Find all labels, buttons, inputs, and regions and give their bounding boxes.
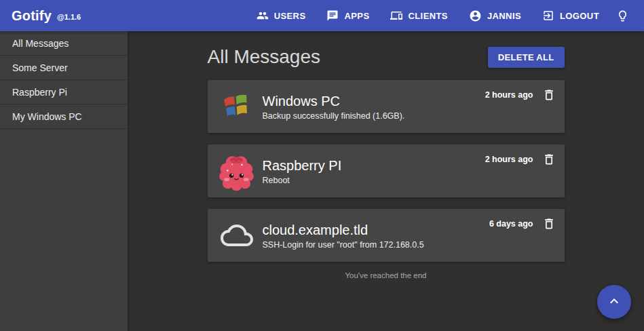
sidebar: All Messages Some Server Raspberry Pi My…: [0, 31, 128, 331]
nav-logout-button[interactable]: LOGOUT: [536, 4, 605, 27]
nav-user-menu-button[interactable]: JANNIS: [463, 4, 527, 28]
delete-all-button[interactable]: DELETE ALL: [488, 47, 565, 68]
users-icon: [257, 9, 269, 22]
nav-clients-button[interactable]: CLIENTS: [384, 4, 453, 27]
message-meta: 2 hours ago: [485, 153, 556, 166]
nav-apps-label: APPS: [344, 11, 369, 21]
message-card-cloud: cloud.example.tld SSH-Login for user "ro…: [208, 209, 565, 262]
app-version: @1.1.6: [57, 13, 81, 21]
sidebar-item-some-server[interactable]: Some Server: [0, 56, 128, 80]
theme-toggle-button[interactable]: [611, 4, 634, 28]
nav-users-button[interactable]: USERS: [250, 4, 312, 27]
cloud-logo-icon: [217, 219, 257, 252]
message-card-raspberry-pi: Raspberry PI Reboot 2 hours ago: [208, 144, 565, 197]
apps-icon: [326, 9, 339, 22]
message-text: Reboot: [263, 176, 453, 185]
message-timestamp: 2 hours ago: [485, 90, 533, 100]
end-of-list-text: You've reached the end: [208, 271, 565, 279]
trash-icon: [542, 94, 556, 104]
sidebar-item-label: My Windows PC: [12, 111, 82, 122]
trash-icon: [542, 158, 556, 168]
main-area: All Messages DELETE ALL Windows PC Backu…: [128, 31, 644, 331]
windows-logo-icon: [217, 90, 257, 123]
sidebar-item-my-windows-pc[interactable]: My Windows PC: [0, 104, 128, 129]
nav-apps-button[interactable]: APPS: [320, 4, 375, 27]
message-title: Raspberry PI: [263, 157, 453, 174]
message-timestamp: 6 days ago: [489, 219, 533, 229]
sidebar-item-label: Some Server: [12, 62, 68, 73]
delete-message-button[interactable]: [542, 217, 556, 231]
app-header: Gotify @1.1.6 USERS APPS CLIENTS JANNIS …: [0, 0, 644, 31]
sidebar-item-raspberry-pi[interactable]: Raspberry Pi: [0, 80, 128, 104]
page-title: All Messages: [208, 46, 321, 68]
message-meta: 6 days ago: [489, 217, 556, 231]
delete-message-button[interactable]: [542, 88, 556, 102]
message-meta: 2 hours ago: [485, 88, 556, 102]
scroll-to-top-button[interactable]: [597, 285, 631, 319]
message-text: SSH-Login for user "root" from 172.168.0…: [263, 240, 453, 250]
sidebar-item-all-messages[interactable]: All Messages: [0, 31, 128, 56]
message-card-windows-pc: Windows PC Backup successfully finished …: [208, 80, 565, 133]
nav-logout-label: LOGOUT: [560, 11, 599, 21]
message-text: Backup successfully finished (1.6GB).: [263, 111, 453, 121]
chevron-up-icon: [606, 293, 622, 311]
nav-users-label: USERS: [274, 11, 306, 21]
app-title: Gotify: [12, 8, 52, 24]
nav-clients-label: CLIENTS: [408, 11, 447, 21]
delete-message-button[interactable]: [542, 153, 556, 166]
message-title: cloud.example.tld: [263, 222, 453, 238]
sidebar-item-label: Raspberry Pi: [12, 87, 67, 98]
messages-content: All Messages DELETE ALL Windows PC Backu…: [208, 31, 565, 279]
clients-icon: [390, 9, 402, 22]
raspberry-logo-icon: [217, 152, 257, 191]
account-circle-icon: [469, 9, 482, 22]
logout-icon: [542, 9, 554, 22]
lightbulb-icon: [616, 9, 629, 22]
sidebar-item-label: All Messages: [12, 38, 69, 49]
message-title: Windows PC: [263, 93, 453, 109]
trash-icon: [542, 222, 556, 233]
message-timestamp: 2 hours ago: [485, 155, 533, 164]
nav-user-label: JANNIS: [487, 11, 521, 21]
title-row: All Messages DELETE ALL: [208, 46, 565, 68]
